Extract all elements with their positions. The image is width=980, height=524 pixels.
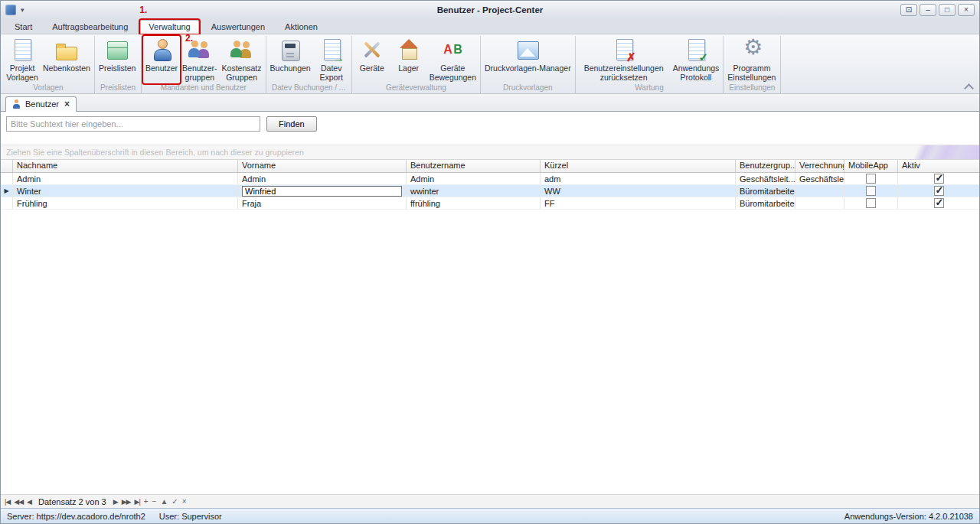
ribbon-button-benutzer[interactable]: Benutzer 2. <box>143 36 180 83</box>
ribbon-tab-auftragsbearbeitung[interactable]: Auftragsbearbeitung <box>44 21 136 34</box>
cell-vorname[interactable]: Admin <box>238 173 407 184</box>
ribbon-button-benutzereinstellungen-zuruecksetzen[interactable]: Benutzereinstellungen zurücksetzen <box>577 36 671 83</box>
cell-aktiv[interactable] <box>898 197 979 209</box>
cell-benutzergruppe[interactable]: Büromitarbeiter <box>736 185 795 197</box>
vorname-edit-input[interactable] <box>242 186 402 197</box>
nav-post-button[interactable]: ✓ <box>172 497 178 506</box>
table-row[interactable]: Frühling Fraja ffrühling FF Büromitarbei… <box>1 197 979 210</box>
cell-mobileapp[interactable] <box>844 173 898 184</box>
cell-kuerzel[interactable]: adm <box>541 173 736 184</box>
cell-nachname[interactable]: Admin <box>13 173 238 184</box>
cell-benutzergruppe[interactable]: Büromitarbeiter <box>736 197 795 209</box>
tab-benutzer[interactable]: Benutzer × <box>5 96 77 112</box>
geraete-bewegungen-ab-icon <box>439 37 466 62</box>
nav-cancel-button[interactable]: × <box>182 497 187 506</box>
quick-access-caret-icon[interactable]: ▾ <box>21 6 24 14</box>
aktiv-checkbox[interactable] <box>934 198 944 208</box>
header-benutzername[interactable]: Benutzername <box>407 160 541 172</box>
row-indicator: ▶ <box>1 185 13 197</box>
nav-prev-button[interactable]: ◀ <box>27 498 31 506</box>
cell-aktiv[interactable] <box>898 185 979 197</box>
cell-verrechnung[interactable] <box>795 197 844 209</box>
header-mobileapp[interactable]: MobileApp <box>844 160 898 172</box>
nav-append-button[interactable]: + <box>144 497 149 506</box>
ribbon-button-buchungen[interactable]: Buchungen <box>268 36 313 83</box>
ribbon-button-datev-export[interactable]: Datev Export <box>313 36 350 83</box>
spacer <box>1 135 979 145</box>
record-navigator: |◀ ◀◀ ◀ Datensatz 2 von 3 ▶ ▶▶ ▶| + − ▲ … <box>1 494 979 508</box>
cell-benutzergruppe[interactable]: Geschäftsleit... <box>736 173 795 184</box>
minimize-button[interactable]: – <box>920 4 936 16</box>
cell-verrechnung[interactable] <box>795 185 844 197</box>
cell-kuerzel[interactable]: WW <box>541 185 736 197</box>
cell-vorname[interactable]: Fraja <box>238 197 407 209</box>
header-verrechnung[interactable]: Verrechnungs... <box>795 160 844 172</box>
cell-mobileapp[interactable] <box>844 197 898 209</box>
ribbon-group-label: Datev Buchungen / ... <box>268 83 350 93</box>
cell-kuerzel[interactable]: FF <box>541 197 736 209</box>
aktiv-checkbox[interactable] <box>934 186 944 196</box>
anwendungs-protokoll-icon <box>683 37 709 62</box>
ribbon-button-label: Kostensatz Gruppen <box>222 63 262 82</box>
cell-benutzername[interactable]: Admin <box>407 173 541 184</box>
nav-delete-button[interactable]: − <box>152 497 157 506</box>
nav-next-page-button[interactable]: ▶▶ <box>122 498 131 506</box>
maximize-button[interactable]: □ <box>939 4 956 16</box>
ribbon-button-geraete-bewegungen[interactable]: Geräte Bewegungen <box>427 36 479 83</box>
ribbon-button-druckvorlagen-manager[interactable]: Druckvorlagen-Manager <box>482 36 573 83</box>
header-kuerzel[interactable]: Kürzel <box>541 160 736 172</box>
header-indicator <box>1 160 13 172</box>
ribbon-button-label: Preislisten <box>99 63 136 73</box>
geraete-tools-icon <box>359 37 385 62</box>
ribbon-tab-verwaltung[interactable]: Verwaltung 1. <box>140 20 198 34</box>
ribbon-tab-auswertungen[interactable]: Auswertungen <box>204 21 273 34</box>
cell-aktiv[interactable] <box>898 173 979 184</box>
cell-benutzername[interactable]: wwinter <box>407 185 541 197</box>
nav-edit-button[interactable]: ▲ <box>160 497 168 506</box>
table-row[interactable]: Admin Admin Admin adm Geschäftsleit... G… <box>1 173 979 185</box>
mobileapp-checkbox[interactable] <box>866 186 876 196</box>
ribbon-button-lager[interactable]: Lager <box>390 36 427 83</box>
preislisten-box-icon <box>104 37 130 62</box>
header-aktiv[interactable]: Aktiv <box>898 160 979 172</box>
ribbon-button-nebenkosten[interactable]: Nebenkosten <box>41 36 93 83</box>
close-button[interactable]: × <box>958 4 975 16</box>
nav-last-button[interactable]: ▶| <box>134 498 139 506</box>
ribbon-tab-aktionen[interactable]: Aktionen <box>277 21 325 34</box>
ribbon-group-wartung: Benutzereinstellungen zurücksetzen Anwen… <box>576 36 724 93</box>
ribbon-button-projekt-vorlagen[interactable]: Projekt Vorlagen <box>4 36 41 83</box>
header-nachname[interactable]: Nachname <box>13 160 238 172</box>
nav-prev-page-button[interactable]: ◀◀ <box>14 498 23 506</box>
nav-next-button[interactable]: ▶ <box>113 498 118 506</box>
search-input[interactable] <box>6 116 260 132</box>
nav-first-button[interactable]: |◀ <box>5 498 10 506</box>
ribbon-button-anwendungs-protokoll[interactable]: Anwendungs Protokoll <box>671 36 722 83</box>
benutzer-person-icon <box>149 37 175 62</box>
header-vorname[interactable]: Vorname <box>238 160 407 172</box>
cell-nachname[interactable]: Winter <box>13 185 238 197</box>
app-icon[interactable] <box>5 5 16 15</box>
aktiv-checkbox[interactable] <box>934 174 944 184</box>
cell-benutzername[interactable]: ffrühling <box>407 197 541 209</box>
group-by-panel[interactable]: Ziehen Sie eine Spaltenüberschrift in di… <box>1 145 979 160</box>
mobileapp-checkbox[interactable] <box>866 198 876 208</box>
cell-mobileapp[interactable] <box>844 185 898 197</box>
ribbon-button-kostensatz-gruppen[interactable]: Kostensatz Gruppen <box>220 36 264 83</box>
header-benutzergruppe[interactable]: Benutzergrup... <box>736 160 795 172</box>
ribbon-button-preislisten[interactable]: Preislisten <box>96 36 138 83</box>
row-indicator <box>1 197 13 209</box>
mobileapp-checkbox[interactable] <box>866 174 876 184</box>
fullscreen-button[interactable]: ⊡ <box>900 4 917 16</box>
ribbon-button-geraete[interactable]: Geräte <box>354 36 390 83</box>
cell-verrechnung[interactable]: Geschäftsleit... <box>795 173 844 184</box>
datev-export-icon <box>318 37 345 62</box>
ribbon-button-programm-einstellungen[interactable]: Programm Einstellungen <box>725 36 778 83</box>
collapse-ribbon-icon[interactable] <box>965 83 972 89</box>
ribbon-tab-start[interactable]: Start <box>7 21 40 34</box>
close-tab-icon[interactable]: × <box>64 99 70 109</box>
table-row[interactable]: ▶ Winter wwinter WW Büromitarbeiter <box>1 185 979 197</box>
find-button[interactable]: Finden <box>266 116 317 132</box>
cell-nachname[interactable]: Frühling <box>13 197 238 209</box>
ribbon-tab-label: Verwaltung <box>149 22 190 31</box>
cell-vorname[interactable] <box>238 185 407 197</box>
